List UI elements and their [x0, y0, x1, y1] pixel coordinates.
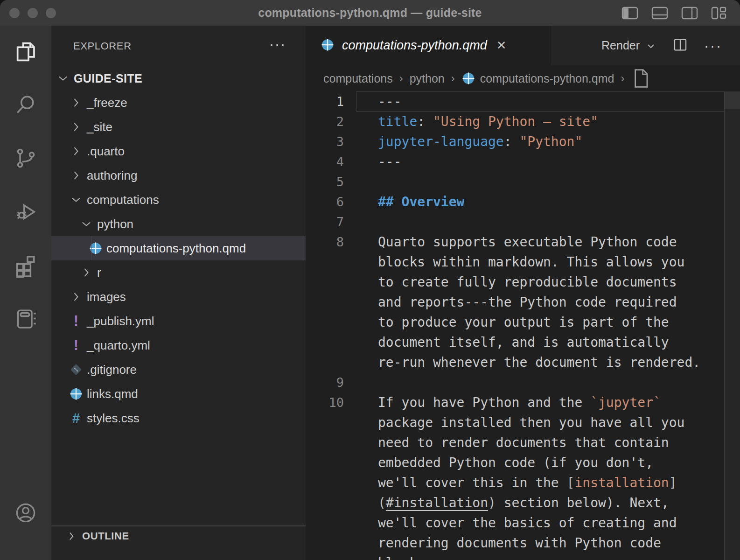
code-line[interactable]: document itself, and is automatically — [306, 332, 740, 352]
code-line[interactable]: package installed then you have all you — [306, 413, 740, 433]
code-line[interactable]: 9 — [306, 372, 740, 392]
account-icon[interactable] — [14, 501, 38, 525]
tab-computations-python[interactable]: computations-python.qmd ✕ — [306, 26, 551, 65]
code-line[interactable]: (#installation) section below). Next, — [306, 493, 740, 513]
editor-code-area[interactable]: 1---2title: "Using Python — site"3jupyte… — [306, 91, 740, 560]
code-line[interactable]: 1--- — [306, 91, 740, 112]
code-text: (#installation) section below). Next, — [356, 495, 669, 511]
run-debug-icon[interactable] — [14, 199, 38, 224]
chevron-down-icon — [70, 193, 83, 206]
current-line-highlight — [356, 91, 725, 112]
breadcrumb-computations[interactable]: computations — [323, 72, 393, 85]
breadcrumb-computations-python-qmd[interactable]: computations-python.qmd — [461, 71, 614, 85]
code-line[interactable]: re-run whenever the document is rendered… — [306, 352, 740, 372]
code-line[interactable]: 7 — [306, 212, 740, 232]
editor-more-actions-icon[interactable]: ··· — [704, 38, 722, 54]
tree-item-links-qmd[interactable]: links.qmd — [51, 382, 306, 406]
code-text: need to render documents that contain — [356, 435, 669, 450]
explorer-title: EXPLORER — [73, 40, 132, 52]
code-line[interactable]: 4--- — [306, 152, 740, 172]
chevron-down-icon — [56, 72, 70, 85]
tree-item-images[interactable]: images — [51, 285, 306, 309]
tree-item--quarto-yml[interactable]: !_quarto.yml — [51, 333, 306, 357]
tree-item-label: _quarto.yml — [87, 338, 150, 353]
code-text: to create fully reproducible documents — [356, 274, 677, 290]
tree-item-label: computations-python.qmd — [106, 241, 246, 256]
scrollbar-thumb[interactable] — [725, 91, 740, 109]
tree-item-label: .quarto — [87, 144, 125, 159]
code-text: blocks — [356, 555, 425, 560]
outline-header[interactable]: OUTLINE — [51, 530, 306, 542]
chevron-down-icon — [80, 217, 93, 231]
code-line[interactable]: blocks within markdown. This allows you — [306, 252, 740, 272]
tree-item-guide-site[interactable]: GUIDE-SITE — [51, 66, 306, 91]
breadcrumb-separator: › — [399, 72, 403, 85]
code-line[interactable]: embedded Python code (if you don't, — [306, 453, 740, 473]
toggle-panel-icon[interactable] — [651, 7, 668, 20]
code-text: and reports---the Python code required — [356, 294, 677, 310]
code-line[interactable]: we'll cover this in the [installation] — [306, 473, 740, 493]
tree-item-label: .gitignore — [87, 363, 137, 377]
tab-close-icon[interactable]: ✕ — [496, 38, 507, 53]
code-line[interactable]: to create fully reproducible documents — [306, 272, 740, 292]
code-line[interactable]: 8Quarto supports executable Python code — [306, 232, 740, 252]
file-symbol-icon — [631, 68, 650, 89]
breadcrumb-file-symbol[interactable] — [631, 68, 650, 89]
code-line[interactable]: 6## Overview — [306, 192, 740, 212]
notebook-icon[interactable] — [14, 307, 38, 331]
vscode-window: computations-python.qmd — guide-site — [0, 0, 740, 560]
explorer-more-actions-icon[interactable]: ··· — [269, 36, 286, 52]
editor-scrollbar[interactable] — [724, 91, 740, 560]
code-line[interactable]: to produce your output is part of the — [306, 312, 740, 332]
tree-item-styles-css[interactable]: #styles.css — [51, 406, 306, 430]
chevron-right-icon — [70, 169, 83, 182]
explorer-files-icon[interactable] — [14, 40, 38, 64]
code-text: --- — [356, 154, 402, 169]
code-line[interactable]: 10If you have Python and the `jupyter` — [306, 392, 740, 413]
code-text: we'll cover this in the [installation] — [356, 475, 677, 490]
code-line[interactable]: 5 — [306, 172, 740, 192]
git-file-icon — [69, 363, 83, 377]
tab-label: computations-python.qmd — [342, 38, 487, 53]
tree-item-authoring[interactable]: authoring — [51, 163, 306, 188]
code-line[interactable]: rendering documents with Python code — [306, 533, 740, 553]
tree-item--site[interactable]: _site — [51, 115, 306, 139]
quarto-file-icon — [461, 71, 475, 85]
line-number: 8 — [306, 235, 356, 249]
outline-section: OUTLINE — [51, 525, 306, 542]
customize-layout-icon[interactable] — [711, 6, 727, 20]
render-button[interactable]: Render — [601, 39, 656, 52]
tree-item-computations-python-qmd[interactable]: computations-python.qmd — [51, 236, 306, 260]
search-icon[interactable] — [14, 93, 38, 117]
code-text: embedded Python code (if you don't, — [356, 455, 653, 470]
breadcrumb-python[interactable]: python — [410, 72, 445, 85]
tree-item-label: styles.css — [87, 411, 140, 426]
tree-item-python[interactable]: python — [51, 212, 306, 236]
tree-item-label: _site — [87, 120, 112, 134]
code-line[interactable]: 3jupyter-language: "Python" — [306, 132, 740, 152]
tree-item-label: authoring — [87, 168, 137, 183]
code-line[interactable]: and reports---the Python code required — [306, 292, 740, 312]
code-line[interactable]: need to render documents that contain — [306, 433, 740, 453]
tree-item--publish-yml[interactable]: !_publish.yml — [51, 309, 306, 333]
breadcrumb-label: computations-python.qmd — [480, 72, 614, 85]
tree-item-computations[interactable]: computations — [51, 188, 306, 212]
yaml-file-icon: ! — [74, 337, 78, 354]
toggle-secondary-sidebar-icon[interactable] — [681, 7, 698, 20]
tree-item--gitignore[interactable]: .gitignore — [51, 357, 306, 382]
source-control-icon[interactable] — [14, 146, 38, 170]
code-line[interactable]: 2title: "Using Python — site" — [306, 112, 740, 132]
extensions-icon[interactable] — [14, 253, 38, 278]
toggle-primary-sidebar-icon[interactable] — [621, 7, 638, 20]
breadcrumb-separator: › — [451, 72, 455, 85]
chevron-down-icon — [645, 40, 656, 51]
tree-item--quarto[interactable]: .quarto — [51, 139, 306, 163]
split-editor-icon[interactable] — [672, 37, 688, 55]
code-line[interactable]: we'll cover the basics of creating and — [306, 513, 740, 533]
tree-item--freeze[interactable]: _freeze — [51, 91, 306, 115]
line-number: 2 — [306, 114, 356, 129]
breadcrumb-label: computations — [323, 72, 393, 85]
chevron-right-icon — [70, 120, 83, 133]
code-line[interactable]: blocks — [306, 553, 740, 560]
tree-item-r[interactable]: r — [51, 260, 306, 285]
